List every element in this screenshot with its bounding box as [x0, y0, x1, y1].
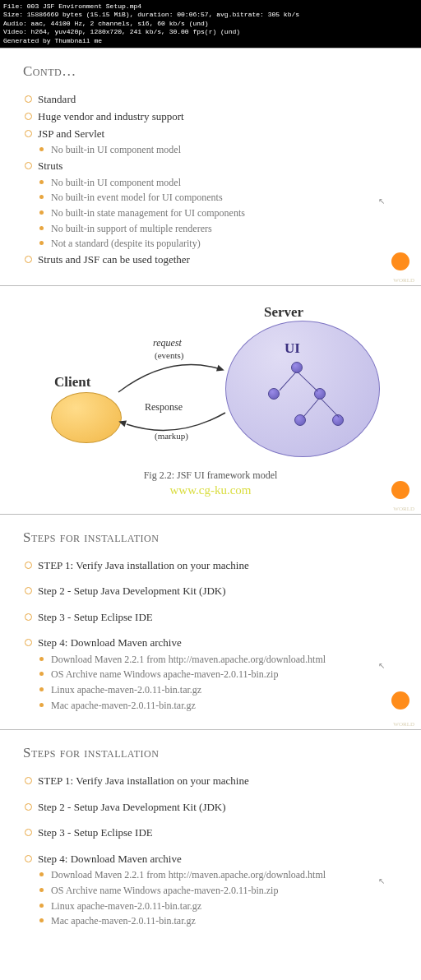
- tree-node: [291, 362, 303, 373]
- maven-sublist: Download Maven 2.2.1 from http://maven.a…: [38, 867, 398, 928]
- slide-title: Contd…: [23, 63, 398, 80]
- bullet-standard: Standard: [23, 91, 398, 109]
- figure-caption: Fig 2.2: JSF UI framework model: [23, 469, 398, 482]
- struts-sublist: No built-in UI component model No built-…: [38, 175, 398, 252]
- orange-dot-icon: [391, 691, 409, 710]
- sub-item: No built-in event model for UI component…: [38, 190, 398, 206]
- sub-item: Not a standard (despite its popularity): [38, 236, 398, 252]
- meta-size: Size: 15886669 bytes (15.15 MiB), durati…: [3, 11, 418, 19]
- meta-audio: Audio: aac, 44100 Hz, 2 channels, s16, 6…: [3, 20, 418, 28]
- step-2: Step 2 - Setup Java Development Kit (JDK…: [23, 583, 398, 599]
- step-3: Step 3 - Setup Eclipse IDE: [23, 825, 398, 841]
- slide-title: Steps for installation: [23, 529, 398, 546]
- tree-node: [268, 388, 280, 400]
- step-1: STEP 1: Verify Java installation on your…: [23, 557, 398, 574]
- steps-list: STEP 1: Verify Java installation on your…: [23, 557, 398, 714]
- server-ellipse: [225, 321, 380, 457]
- orange-dot-icon: [391, 481, 409, 499]
- jsf-diagram: Server Client UI request (events) Respon…: [30, 304, 391, 465]
- request-arrow: [112, 349, 231, 399]
- step-2: Step 2 - Setup Java Development Kit (JDK…: [23, 799, 398, 816]
- sub-item: Mac apache-maven-2.0.11-bin.tar.gz: [38, 698, 398, 714]
- video-metadata-header: File: 003 JSF Environment Setup.mp4 Size…: [0, 0, 421, 48]
- bullet-jsp: JSP and Servlet: [23, 126, 398, 143]
- client-ellipse: [51, 392, 122, 443]
- meta-file: File: 003 JSF Environment Setup.mp4: [3, 2, 418, 11]
- bullet-vendor: Huge vendor and industry support: [23, 109, 398, 126]
- slide-steps-1: Steps for installation STEP 1: Verify Ja…: [0, 514, 421, 730]
- step-1: STEP 1: Verify Java installation on your…: [23, 773, 398, 789]
- slide-footer: WORLD: [393, 721, 414, 728]
- step-4: Step 4: Download Maven archive: [23, 851, 398, 868]
- sub-item: No built-in support of multiple renderer…: [38, 221, 398, 237]
- sub-item: Linux apache-maven-2.0.11-bin.tar.gz: [38, 899, 398, 914]
- step-4: Step 4: Download Maven archive: [23, 635, 398, 652]
- sub-item: No built-in state management for UI comp…: [38, 206, 398, 221]
- steps-list: STEP 1: Verify Java installation on your…: [23, 773, 398, 929]
- orange-dot-icon: [391, 252, 409, 270]
- slide-title: Steps for installation: [23, 745, 398, 761]
- slide-contd: Contd… Standard Huge vendor and industry…: [0, 48, 421, 285]
- sub-item: Download Maven 2.2.1 from http://maven.a…: [38, 867, 398, 883]
- slide-footer: WORLD: [393, 506, 414, 512]
- server-label: Server: [264, 304, 303, 321]
- slide-steps-2: Steps for installation STEP 1: Verify Ja…: [0, 729, 421, 945]
- maven-sublist: Download Maven 2.2.1 from http://maven.a…: [38, 652, 398, 713]
- cursor-icon: ↖: [378, 876, 385, 885]
- sub-item: Mac apache-maven-2.0.11-bin.tar.gz: [38, 913, 398, 929]
- bullet-together: Struts and JSF can be used together: [23, 252, 398, 269]
- sub-item: No built-in UI component model: [38, 142, 398, 158]
- bullet-list: Standard Huge vendor and industry suppor…: [23, 91, 398, 269]
- slide-footer: WORLD: [393, 277, 414, 284]
- meta-video: Video: h264, yuv420p, 1280x720, 241 kb/s…: [3, 28, 418, 36]
- sub-item: OS Archive name Windows apache-maven-2.0…: [38, 883, 398, 899]
- response-arrow: [118, 409, 234, 451]
- sub-item: OS Archive name Windows apache-maven-2.0…: [38, 667, 398, 682]
- client-label: Client: [54, 374, 90, 391]
- request-label: request: [153, 337, 182, 349]
- sub-item: Linux apache-maven-2.0.11-bin.tar.gz: [38, 682, 398, 698]
- jsp-sublist: No built-in UI component model: [38, 142, 398, 158]
- ui-label: UI: [285, 340, 300, 357]
- cursor-icon: ↖: [378, 661, 385, 670]
- slide-diagram: Server Client UI request (events) Respon…: [0, 285, 421, 514]
- step-3: Step 3 - Setup Eclipse IDE: [23, 609, 398, 626]
- sub-item: Download Maven 2.2.1 from http://maven.a…: [38, 652, 398, 668]
- bullet-struts: Struts: [23, 158, 398, 175]
- meta-generated: Generated by Thumbnail me: [3, 37, 418, 45]
- sub-item: No built-in UI component model: [38, 175, 398, 191]
- cursor-icon: ↖: [378, 196, 385, 206]
- watermark-text: www.cg-ku.com: [23, 483, 398, 497]
